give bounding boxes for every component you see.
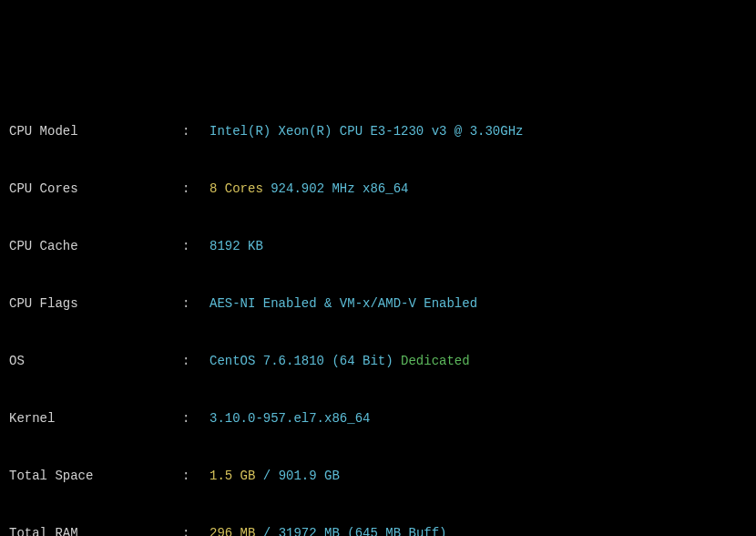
os-row: OS : CentOS 7.6.1810 (64 Bit) Dedicated [9,352,747,371]
colon: : [182,409,209,428]
cpu-cache-row: CPU Cache : 8192 KB [9,237,747,256]
cpu-model-value: Intel(R) Xeon(R) CPU E3-1230 v3 @ 3.30GH… [209,122,747,141]
cpu-cores-row: CPU Cores : 8 Cores 924.902 MHz x86_64 [9,180,747,199]
kernel-row: Kernel : 3.10.0-957.el7.x86_64 [9,409,747,428]
colon: : [182,294,209,314]
total-space-label: Total Space [9,467,182,486]
total-space-row: Total Space : 1.5 GB / 901.9 GB [9,467,747,486]
cpu-cores-value: 8 Cores 924.902 MHz x86_64 [209,180,747,199]
cpu-cache-label: CPU Cache [9,237,182,256]
total-ram-label: Total RAM [9,524,182,536]
os-value: CentOS 7.6.1810 (64 Bit) Dedicated [209,352,747,371]
kernel-label: Kernel [9,409,182,428]
total-ram-row: Total RAM : 296 MB / 31972 MB (645 MB Bu… [9,524,747,536]
colon: : [182,122,209,141]
cpu-model-row: CPU Model : Intel(R) Xeon(R) CPU E3-1230… [9,122,747,141]
colon: : [182,524,209,536]
colon: : [182,237,209,256]
colon: : [182,352,209,371]
cpu-flags-value: AES-NI Enabled & VM-x/AMD-V Enabled [209,294,747,314]
os-label: OS [9,352,182,371]
cpu-flags-label: CPU Flags [9,294,182,314]
colon: : [182,180,209,199]
cpu-flags-row: CPU Flags : AES-NI Enabled & VM-x/AMD-V … [9,294,747,314]
kernel-value: 3.10.0-957.el7.x86_64 [209,409,747,428]
cpu-cache-value: 8192 KB [209,237,747,256]
total-space-value: 1.5 GB / 901.9 GB [209,467,747,486]
colon: : [182,467,209,486]
total-ram-value: 296 MB / 31972 MB (645 MB Buff) [209,524,747,536]
cpu-model-label: CPU Model [9,122,182,141]
cpu-cores-label: CPU Cores [9,180,182,199]
